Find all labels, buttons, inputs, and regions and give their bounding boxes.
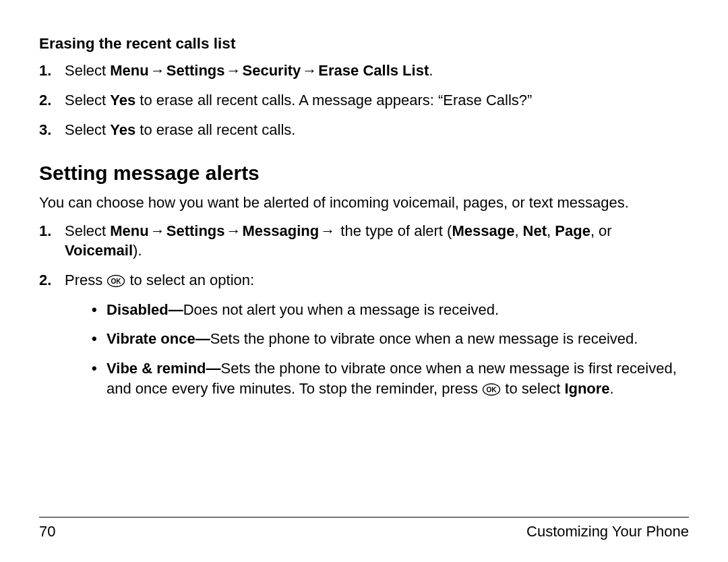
vibe-remind-label: Vibe & remind—	[107, 360, 221, 377]
text: Select	[65, 121, 110, 138]
option-disabled: Disabled—Does not alert you when a messa…	[65, 300, 689, 320]
vibrate-once-label: Vibrate once—	[107, 330, 210, 347]
intro-paragraph: You can choose how you want be alerted o…	[39, 193, 689, 213]
text: Press	[65, 272, 107, 288]
text: .	[429, 62, 433, 79]
yes-label: Yes	[110, 92, 135, 108]
text: Select	[65, 222, 110, 239]
arrow-icon: →	[149, 221, 166, 241]
menu-label: Menu	[110, 222, 148, 239]
erase-steps-list: Select Menu → Settings → Security → Eras…	[39, 61, 689, 139]
ok-icon: OK	[482, 381, 501, 395]
voicemail-label: Voicemail	[65, 242, 133, 259]
text: Does not alert you when a message is rec…	[183, 301, 499, 318]
erase-step-3: Select Yes to erase all recent calls.	[39, 120, 689, 140]
svg-text:OK: OK	[487, 386, 497, 394]
erase-step-1: Select Menu → Settings → Security → Eras…	[39, 61, 689, 81]
settings-label: Settings	[166, 222, 225, 239]
alerts-step-1: Select Menu → Settings → Messaging → the…	[39, 221, 689, 261]
text: , or	[590, 222, 612, 239]
main-heading-alerts: Setting message alerts	[39, 160, 689, 187]
yes-label: Yes	[110, 121, 135, 138]
text: to select	[501, 380, 564, 397]
disabled-label: Disabled—	[107, 301, 183, 318]
text: to select an option:	[125, 272, 254, 288]
erase-step-2: Select Yes to erase all recent calls. A …	[39, 90, 689, 111]
sub-heading-erasing: Erasing the recent calls list	[39, 34, 689, 54]
text: ).	[133, 242, 142, 259]
option-vibrate-once: Vibrate once—Sets the phone to vibrate o…	[65, 329, 689, 349]
messaging-label: Messaging	[243, 222, 320, 239]
option-vibe-remind: Vibe & remind—Sets the phone to vibrate …	[65, 358, 689, 398]
text: ,	[514, 222, 522, 239]
arrow-icon: →	[319, 221, 336, 241]
text: Select	[65, 62, 110, 79]
page-number: 70	[39, 522, 55, 542]
alerts-step-2: Press OK to select an option: Disabled—D…	[39, 270, 689, 398]
svg-text:OK: OK	[111, 278, 122, 285]
arrow-icon: →	[225, 61, 243, 81]
text: Select	[65, 92, 110, 108]
text: .	[610, 380, 614, 397]
text: to erase all recent calls. A message app…	[135, 92, 532, 108]
arrow-icon: →	[301, 61, 318, 81]
security-label: Security	[243, 62, 301, 79]
page-footer: 70 Customizing Your Phone	[39, 517, 689, 542]
ignore-label: Ignore	[564, 380, 609, 397]
message-label: Message	[452, 222, 514, 239]
footer-label: Customizing Your Phone	[526, 522, 689, 542]
text: Sets the phone to vibrate once when a ne…	[210, 330, 638, 347]
menu-label: Menu	[110, 62, 148, 79]
options-bullet-list: Disabled—Does not alert you when a messa…	[65, 300, 689, 399]
erase-calls-label: Erase Calls List	[318, 62, 429, 79]
text: ,	[547, 222, 555, 239]
alerts-steps-list: Select Menu → Settings → Messaging → the…	[39, 221, 689, 399]
arrow-icon: →	[225, 221, 243, 241]
text: the type of alert (	[336, 222, 452, 239]
text: to erase all recent calls.	[135, 121, 295, 138]
ok-icon: OK	[107, 273, 125, 286]
net-label: Net	[523, 222, 547, 239]
settings-label: Settings	[166, 62, 225, 79]
footer-rule	[39, 517, 689, 518]
arrow-icon: →	[149, 61, 166, 81]
page-label: Page	[555, 222, 590, 239]
